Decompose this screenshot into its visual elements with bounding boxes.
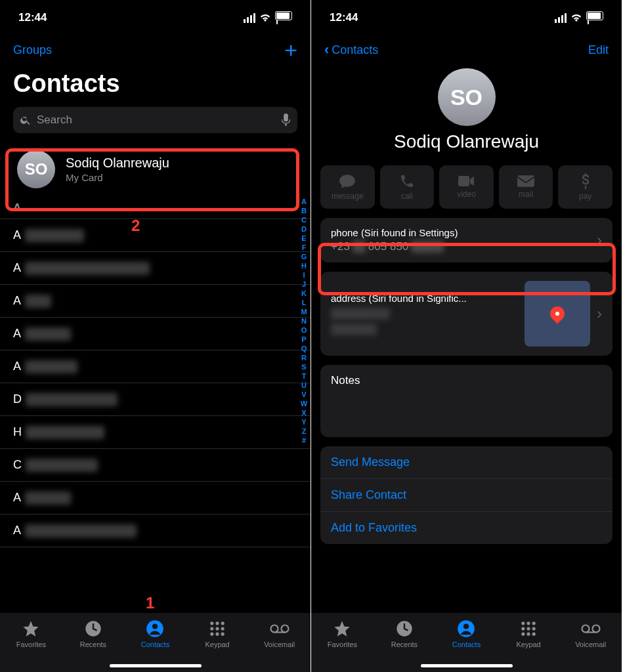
star-icon [333, 620, 351, 638]
index-letter[interactable]: Q [299, 344, 309, 353]
svg-point-26 [521, 633, 525, 636]
contact-row[interactable]: D [0, 383, 311, 416]
tab-recents[interactable]: Recents [375, 620, 434, 648]
actions-list: Send Message Share Contact Add to Favori… [320, 446, 612, 544]
home-indicator[interactable] [421, 664, 513, 667]
tab-voicemail[interactable]: Voicemail [250, 620, 309, 648]
svg-point-29 [582, 625, 589, 633]
index-letter[interactable]: J [299, 280, 309, 289]
svg-point-30 [592, 625, 599, 633]
svg-point-22 [532, 621, 536, 625]
contacts-rows: A A A A A D H C A A [0, 219, 311, 547]
index-letter[interactable]: Z [299, 427, 309, 436]
index-letter[interactable]: B [299, 206, 309, 215]
index-letter[interactable]: E [299, 234, 309, 243]
index-letter[interactable]: V [299, 390, 309, 399]
chevron-right-icon: › [597, 304, 602, 323]
tab-keypad[interactable]: Keypad [499, 620, 558, 648]
tab-bar: Favorites Recents Contacts Keypad Voicem… [311, 613, 622, 672]
contact-row[interactable]: C [0, 449, 311, 482]
svg-rect-16 [517, 175, 534, 186]
annotation-number-2: 2 [131, 217, 140, 235]
phone-card[interactable]: phone (Siri found in Settings) +23 805 8… [320, 218, 612, 262]
wifi-icon [259, 13, 271, 22]
index-letter[interactable]: F [299, 243, 309, 252]
contact-row[interactable]: A [0, 350, 311, 383]
send-message-row[interactable]: Send Message [320, 446, 612, 479]
index-letter[interactable]: G [299, 252, 309, 261]
search-input[interactable] [37, 114, 276, 127]
index-letter[interactable]: H [299, 261, 309, 270]
index-letter[interactable]: I [299, 270, 309, 280]
action-message[interactable]: message [320, 165, 375, 209]
home-indicator[interactable] [110, 664, 202, 667]
index-letter[interactable]: W [299, 399, 309, 408]
address-card[interactable]: address (Siri found in Signific... › [320, 272, 612, 356]
map-thumbnail [525, 281, 590, 346]
action-pay[interactable]: pay [558, 165, 612, 209]
voicemail-icon [581, 620, 601, 638]
my-card-row[interactable]: SO Sodiq Olanrewaju My Card [5, 141, 305, 198]
svg-rect-15 [458, 176, 469, 186]
section-header-a: A [0, 198, 311, 219]
tab-favorites[interactable]: Favorites [1, 620, 60, 648]
svg-point-25 [532, 627, 536, 630]
action-mail[interactable]: mail [499, 165, 553, 209]
svg-point-4 [216, 621, 219, 625]
edit-button[interactable]: Edit [588, 43, 609, 57]
index-letter[interactable]: K [299, 289, 309, 298]
index-letter[interactable]: Y [299, 417, 309, 427]
contact-row[interactable]: H [0, 416, 311, 449]
svg-point-20 [521, 621, 525, 625]
nav-bar: ‹ Contacts Edit [311, 33, 622, 64]
tab-recents[interactable]: Recents [64, 620, 123, 648]
status-indicators [244, 11, 292, 24]
clock-icon [84, 620, 102, 638]
index-letter[interactable]: X [299, 408, 309, 417]
index-letter[interactable]: R [299, 353, 309, 362]
index-letter[interactable]: T [299, 371, 309, 381]
groups-link[interactable]: Groups [13, 43, 52, 57]
share-contact-row[interactable]: Share Contact [320, 479, 612, 512]
mic-icon[interactable] [281, 114, 291, 127]
contact-row[interactable]: A [0, 252, 311, 285]
search-bar[interactable] [13, 107, 297, 133]
cellular-signal-icon [555, 13, 567, 23]
tab-favorites[interactable]: Favorites [312, 620, 372, 648]
tab-contacts[interactable]: Contacts [437, 620, 496, 648]
contact-row[interactable]: A [0, 514, 311, 547]
tab-contacts[interactable]: Contacts [125, 620, 184, 648]
index-letter[interactable]: U [299, 381, 309, 390]
index-letter[interactable]: M [299, 307, 309, 316]
index-letter[interactable]: L [299, 298, 309, 307]
index-letter[interactable]: D [299, 224, 309, 234]
notes-card[interactable]: Notes [320, 365, 612, 437]
add-contact-button[interactable]: + [284, 43, 297, 56]
action-call[interactable]: call [380, 165, 435, 209]
contact-detail-screen: 12:44 ‹ Contacts Edit SO Sodiq Olanrewaj… [311, 0, 622, 672]
back-button[interactable]: ‹ Contacts [324, 41, 378, 58]
keypad-icon [208, 620, 226, 638]
index-letter[interactable]: C [299, 215, 309, 224]
contact-row[interactable]: A [0, 318, 311, 350]
tab-voicemail[interactable]: Voicemail [561, 620, 620, 648]
nav-bar: Groups + [0, 33, 311, 64]
index-letter[interactable]: O [299, 326, 309, 335]
contact-row[interactable]: A [0, 219, 311, 252]
battery-icon [275, 11, 292, 24]
tab-keypad[interactable]: Keypad [188, 620, 247, 648]
add-to-favorites-row[interactable]: Add to Favorites [320, 512, 612, 544]
index-letter[interactable]: A [299, 197, 309, 206]
index-letter[interactable]: # [299, 436, 309, 445]
status-indicators [555, 11, 603, 24]
contact-row[interactable]: A [0, 482, 311, 514]
index-letter[interactable]: N [299, 316, 309, 326]
action-video[interactable]: video [439, 165, 494, 209]
map-pin-icon [547, 303, 567, 324]
contact-row[interactable]: A [0, 285, 311, 318]
svg-point-10 [216, 633, 219, 636]
index-letter[interactable]: S [299, 362, 309, 371]
message-icon [339, 173, 356, 189]
index-letter[interactable]: P [299, 335, 309, 344]
alpha-index[interactable]: ABCDEFGHIJKLMNOPQRSTUVWXYZ# [299, 197, 309, 445]
